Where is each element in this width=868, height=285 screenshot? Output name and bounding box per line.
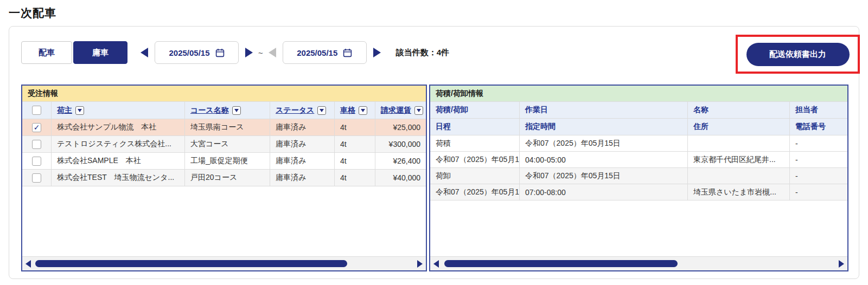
work-date-cell: 令和07（2025）年05月15日 xyxy=(520,135,688,151)
filter-icon[interactable] xyxy=(359,106,367,115)
col-work-date: 作業日 xyxy=(520,102,688,118)
charter-toggle-button[interactable]: 庸車 xyxy=(73,41,127,64)
col-status: ステータス xyxy=(270,102,335,119)
cargo-table-hscrollbar[interactable] xyxy=(430,256,847,270)
shipper-cell: 株式会社TEST 埼玉物流センタ... xyxy=(52,170,185,186)
col-vehicle-label[interactable]: 車格 xyxy=(340,106,355,115)
primary-dispatch-screen: 一次配車 配車 庸車 2025/05/15 ~ 2025/05/15 xyxy=(0,0,868,285)
row-check-cell xyxy=(22,153,52,169)
col-course: コース名称 xyxy=(185,102,270,119)
name-cell xyxy=(688,168,790,184)
col-person: 担当者 xyxy=(790,102,847,118)
fare-cell: ¥26,400 xyxy=(375,153,426,169)
date-to-prev-icon[interactable] xyxy=(269,48,276,57)
fare-cell: ¥300,000 xyxy=(375,136,426,152)
status-cell: 庸車済み xyxy=(270,170,335,186)
row-check-cell xyxy=(22,136,52,152)
select-all-cell xyxy=(22,102,52,119)
cargo-row-2[interactable]: 令和07（2025）年05月15日 04:00-05:00 東京都千代田区紀尾井… xyxy=(430,152,847,168)
person-cell: - xyxy=(790,168,847,184)
filter-icon[interactable] xyxy=(414,106,423,115)
phone-cell: - xyxy=(790,152,847,167)
row-checkbox[interactable] xyxy=(32,157,41,166)
row-checkbox[interactable] xyxy=(32,140,41,149)
date-to-next-icon[interactable] xyxy=(373,48,381,57)
address-cell: 埼玉県さいたま市岩槻... xyxy=(688,184,790,200)
course-cell: 戸田20コース xyxy=(185,170,270,186)
shipper-cell: 株式会社SAMPLE 本社 xyxy=(52,153,185,169)
col-course-label[interactable]: コース名称 xyxy=(190,106,229,115)
col-shipper-label[interactable]: 荷主 xyxy=(57,106,72,115)
scroll-right-icon[interactable] xyxy=(417,260,423,268)
status-cell: 庸車済み xyxy=(270,136,335,152)
fare-cell: ¥25,000 xyxy=(375,119,426,135)
fare-cell: ¥40,000 xyxy=(375,170,426,186)
cargo-table-title: 荷積/荷卸情報 xyxy=(430,86,847,102)
cargo-header-row-1: 荷積/荷卸 作業日 名称 担当者 xyxy=(430,102,847,119)
delivery-request-export-button[interactable]: 配送依頼書出力 xyxy=(746,43,850,66)
scroll-left-icon[interactable] xyxy=(25,260,31,268)
order-row-1[interactable]: 株式会社サンプル物流 本社 埼玉県南コース 庸車済み 4t ¥25,000 xyxy=(22,119,426,136)
row-checkbox[interactable] xyxy=(32,173,41,183)
date-from-input[interactable]: 2025/05/15 xyxy=(155,41,239,64)
dispatch-toggle-button[interactable]: 配車 xyxy=(21,41,72,64)
vehicle-cell: 4t xyxy=(335,170,375,186)
order-table-header-row: 荷主 コース名称 ステータス 車格 請求運賃 xyxy=(22,102,426,119)
phone-cell: - xyxy=(790,184,847,200)
col-name: 名称 xyxy=(688,102,790,118)
schedule-cell: 令和07（2025）年05月15日 xyxy=(430,184,520,200)
red-highlight-box: 配送依頼書出力 xyxy=(736,35,860,74)
row-check-cell xyxy=(22,119,52,135)
person-cell: - xyxy=(790,135,847,151)
filter-icon[interactable] xyxy=(317,106,326,115)
cargo-info-table: 荷積/荷卸情報 荷積/荷卸 作業日 名称 担当者 日程 指定時間 住所 電話番号… xyxy=(429,85,848,271)
date-from-prev-icon[interactable] xyxy=(141,48,148,57)
date-from-next-icon[interactable] xyxy=(245,48,253,57)
calendar-icon xyxy=(215,48,225,57)
order-row-4[interactable]: 株式会社TEST 埼玉物流センタ... 戸田20コース 庸車済み 4t ¥40,… xyxy=(22,170,426,186)
order-row-2[interactable]: テストロジスティクス株式会社... 大宮コース 庸車済み 4t ¥300,000 xyxy=(22,136,426,153)
result-count-text: 該当件数：4件 xyxy=(396,48,449,58)
order-info-table: 受注情報 荷主 コース名称 ステータス 車格 xyxy=(21,85,427,271)
scroll-left-icon[interactable] xyxy=(433,260,439,268)
col-fare-label[interactable]: 請求運賃 xyxy=(381,106,411,115)
date-to-input[interactable]: 2025/05/15 xyxy=(283,41,367,64)
row-checkbox[interactable] xyxy=(32,123,41,132)
col-status-label[interactable]: ステータス xyxy=(276,106,314,115)
work-date-cell: 令和07（2025）年05月15日 xyxy=(520,168,688,184)
filter-icon[interactable] xyxy=(75,106,84,115)
order-table-hscrollbar[interactable] xyxy=(22,256,426,270)
time-cell: 07:00-08:00 xyxy=(520,184,688,200)
order-row-3[interactable]: 株式会社SAMPLE 本社 工場_販促定期便 庸車済み 4t ¥26,400 xyxy=(22,153,426,170)
course-cell: 工場_販促定期便 xyxy=(185,153,270,169)
scroll-right-icon[interactable] xyxy=(839,260,844,268)
address-cell: 東京都千代田区紀尾井... xyxy=(688,152,790,167)
calendar-icon xyxy=(343,48,352,57)
select-all-checkbox[interactable] xyxy=(32,106,41,115)
cargo-row-1[interactable]: 荷積 令和07（2025）年05月15日 - xyxy=(430,135,847,152)
cargo-row-4[interactable]: 令和07（2025）年05月15日 07:00-08:00 埼玉県さいたま市岩槻… xyxy=(430,184,847,200)
course-cell: 大宮コース xyxy=(185,136,270,152)
load-unload-cell: 荷卸 xyxy=(430,168,520,184)
vehicle-cell: 4t xyxy=(335,136,375,152)
date-to-value: 2025/05/15 xyxy=(297,48,337,57)
cargo-header-row-2: 日程 指定時間 住所 電話番号 xyxy=(430,119,847,135)
col-fare: 請求運賃 xyxy=(375,102,426,119)
page-title: 一次配車 xyxy=(9,5,56,21)
status-cell: 庸車済み xyxy=(270,119,335,135)
date-range-separator: ~ xyxy=(258,48,263,57)
course-cell: 埼玉県南コース xyxy=(185,119,270,135)
col-phone: 電話番号 xyxy=(790,119,847,135)
shipper-cell: テストロジスティクス株式会社... xyxy=(52,136,185,152)
col-specified-time: 指定時間 xyxy=(520,119,688,135)
cargo-row-3[interactable]: 荷卸 令和07（2025）年05月15日 - xyxy=(430,168,847,184)
load-unload-cell: 荷積 xyxy=(430,135,520,151)
col-load-unload: 荷積/荷卸 xyxy=(430,102,520,118)
filter-icon[interactable] xyxy=(232,106,241,115)
order-table-title: 受注情報 xyxy=(22,86,426,102)
col-schedule: 日程 xyxy=(430,119,520,135)
scrollbar-thumb[interactable] xyxy=(35,260,347,267)
scrollbar-thumb[interactable] xyxy=(444,260,678,267)
row-check-cell xyxy=(22,170,52,186)
shipper-cell: 株式会社サンプル物流 本社 xyxy=(52,119,185,135)
